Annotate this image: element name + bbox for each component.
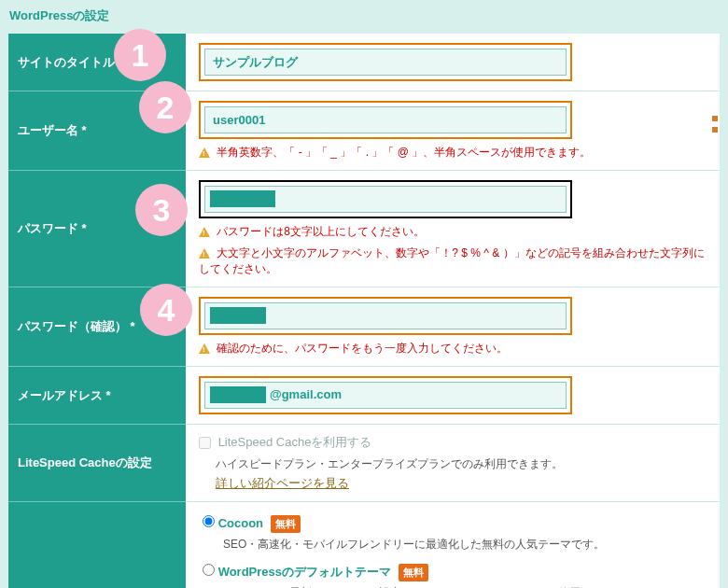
label-email: メールアドレス * [8,367,186,425]
password-hint-2: 大文字と小文字のアルファベット、数字や「！? $ % ^ & ）」などの記号を組… [199,245,708,277]
field-site-title [186,34,720,91]
theme-badge-default: 無料 [399,564,428,581]
theme-label-cocoon[interactable]: Cocoon [218,516,263,530]
edge-dots [706,110,724,138]
marker-1: 1 [114,29,166,81]
field-email: @gmail.com [186,367,720,425]
theme-radio-cocoon[interactable] [203,515,215,527]
field-password: パスワードは8文字以上にしてください。 大文字と小文字のアルファベット、数字や「… [186,171,720,287]
password-confirm-redacted [210,307,266,324]
field-theme: Cocoon 無料 SEO・高速化・モバイルフレンドリーに最適化した無料の人気テ… [186,502,720,589]
page-title: WordPressの設定 [0,0,728,30]
warning-icon [199,147,210,158]
theme-badge-cocoon: 無料 [271,515,301,533]
password-redacted [210,190,275,207]
litespeed-checkbox-row: LiteSpeed Cacheを利用する [199,434,708,451]
marker-3: 3 [135,184,188,236]
site-title-input-wrap [199,43,572,81]
theme-option-cocoon: Cocoon 無料 SEO・高速化・モバイルフレンドリーに最適化した無料の人気テ… [203,515,708,553]
password-hint-1: パスワードは8文字以上にしてください。 [199,224,708,240]
warning-icon [199,227,210,237]
username-hint: 半角英数字、「 - 」「 _ 」「 . 」「 @ 」、半角スペースが使用できます… [199,145,708,161]
field-username: 半角英数字、「 - 」「 _ 」「 . 」「 @ 」、半角スペースが使用できます… [186,91,720,171]
label-litespeed: LiteSpeed Cacheの設定 [8,425,186,502]
username-input[interactable] [204,106,567,133]
settings-form: サイトのタイトル ユーザー名 * 半角英数字、「 - 」「 _ 」「 . 」「 … [8,34,720,588]
email-suffix: @gmail.com [270,387,342,401]
warning-icon [199,248,210,259]
theme-label-default[interactable]: WordPressのデフォルトテーマ [218,565,391,579]
email-input-wrap: @gmail.com [199,376,572,414]
username-input-wrap [199,101,572,139]
theme-option-default: WordPressのデフォルトテーマ 無料 WordPressの最新バージョンに… [203,564,708,588]
password-hint-1-text: パスワードは8文字以上にしてください。 [217,225,425,238]
username-hint-text: 半角英数字、「 - 」「 _ 」「 . 」「 @ 」、半角スペースが使用できます… [217,146,591,159]
litespeed-checkbox-label: LiteSpeed Cacheを利用する [218,435,372,449]
marker-2: 2 [139,81,191,133]
site-title-input[interactable] [204,49,567,76]
label-theme [8,502,186,589]
password-confirm-input-wrap [199,297,572,335]
litespeed-desc: ハイスピードプラン・エンタープライズプランでのみ利用できます。 [216,456,708,472]
theme-desc-cocoon: SEO・高速化・モバイルフレンドリーに最適化した無料の人気テーマです。 [223,537,708,553]
marker-4: 4 [140,284,192,336]
warning-icon [199,343,210,354]
theme-radio-default[interactable] [203,564,215,576]
password-confirm-hint: 確認のために、パスワードをもう一度入力してください。 [199,341,708,357]
email-redacted [210,386,266,403]
password-confirm-hint-text: 確認のために、パスワードをもう一度入力してください。 [217,342,508,355]
litespeed-link[interactable]: 詳しい紹介ページを見る [216,476,349,490]
field-litespeed: LiteSpeed Cacheを利用する ハイスピードプラン・エンタープライズプ… [186,425,720,502]
field-password-confirm: 確認のために、パスワードをもう一度入力してください。 [186,287,720,367]
password-hint-2-text: 大文字と小文字のアルファベット、数字や「！? $ % ^ & ）」などの記号を組… [199,246,705,275]
password-input-wrap [199,180,572,218]
litespeed-checkbox[interactable] [199,437,211,449]
